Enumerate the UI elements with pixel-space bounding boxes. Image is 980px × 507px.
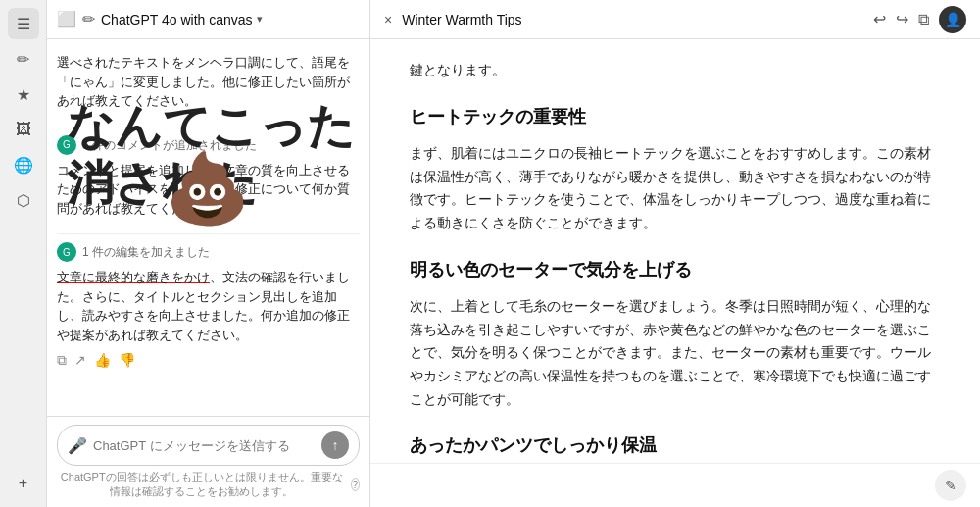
message-1: 選べされたテキストをメンヘラ口調にして、語尾を「にゃん」に変更しました。他に修正… xyxy=(57,53,360,111)
chat-messages: なんてこった 消された 💩 選べされたテキストをメンヘラ口調にして、語尾を「にゃ… xyxy=(47,39,369,416)
disclaimer-text: ChatGPTの回答は必ずしも正しいとは限りません。重要な情報は確認することをお… xyxy=(57,470,347,499)
doc-section-title-1: ヒートテックの重要性 xyxy=(410,102,941,133)
doc-content: 鍵となります。 ヒートテックの重要性 まず、肌着にはユニクロの長袖ヒートテックを… xyxy=(370,39,980,463)
doc-footer: ✎ xyxy=(370,463,980,507)
chat-title[interactable]: ChatGPT 4o with canvas ▾ xyxy=(101,12,263,27)
message-1-text: 選べされたテキストをメンヘラ口調にして、語尾を「にゃん」に変更しました。他に修正… xyxy=(57,53,360,111)
chat-input-area: 🎤 ↑ ChatGPTの回答は必ずしも正しいとは限りません。重要な情報は確認する… xyxy=(47,416,369,507)
doc-header: × Winter Warmth Tips ↩ ↪ ⧉ 👤 xyxy=(370,0,980,39)
thumbsdown-icon[interactable]: 👎 xyxy=(119,350,135,371)
chat-header-icon1[interactable]: ⬜ xyxy=(57,10,76,28)
sidebar-edit-icon[interactable]: ✏ xyxy=(8,43,39,75)
bot-avatar-3: G xyxy=(57,242,76,262)
doc-title: Winter Warmth Tips xyxy=(402,12,863,27)
input-disclaimer: ChatGPTの回答は必ずしも正しいとは限りません。重要な情報は確認することをお… xyxy=(57,470,360,499)
redo-icon[interactable]: ↪ xyxy=(896,10,908,28)
bot-avatar-2: G xyxy=(57,135,76,155)
copy-icon[interactable]: ⧉ xyxy=(57,350,67,371)
doc-edit-button[interactable]: ✎ xyxy=(935,470,966,501)
mic-icon[interactable]: 🎤 xyxy=(68,436,87,455)
sidebar-add-icon[interactable]: + xyxy=(8,468,39,499)
doc-header-actions: ↩ ↪ ⧉ 👤 xyxy=(873,6,966,33)
chat-title-chevron: ▾ xyxy=(257,13,263,25)
doc-intro-tail: 鍵となります。 xyxy=(410,59,941,82)
doc-section-title-2: 明るい色のセーターで気分を上げる xyxy=(410,255,941,286)
sidebar-globe-icon[interactable]: 🌐 xyxy=(8,149,39,180)
sidebar-star-icon[interactable]: ★ xyxy=(8,78,39,110)
message-3: G 1 件の編集を加えました 文章に最終的な磨きをかけ、文法の確認を行いました。… xyxy=(57,242,360,371)
message-2: G 5 件のコメントが追加されました コメントと提案を追加して、文章の質を向上さ… xyxy=(57,135,360,219)
doc-section-body-1: まず、肌着にはユニクロの長袖ヒートテックを選ぶことをおすすめします。この素材は保… xyxy=(410,142,941,235)
user-avatar: 👤 xyxy=(939,6,966,33)
chat-input-box: 🎤 ↑ xyxy=(57,425,360,466)
sidebar-image-icon[interactable]: 🖼 xyxy=(8,114,39,145)
copy-doc-icon[interactable]: ⧉ xyxy=(918,11,929,28)
message-2-meta: G 5 件のコメントが追加されました xyxy=(57,135,360,155)
share-icon[interactable]: ↗ xyxy=(74,350,86,371)
undo-icon[interactable]: ↩ xyxy=(873,10,886,28)
sidebar-menu-icon[interactable]: ☰ xyxy=(8,8,39,39)
sidebar-plugin-icon[interactable]: ⬡ xyxy=(8,184,39,216)
doc-section-title-3: あったかパンツでしっかり保温 xyxy=(410,431,941,462)
doc-section-body-2: 次に、上着として毛糸のセーターを選びましょう。冬季は日照時間が短く、心理的な落ち… xyxy=(410,295,941,411)
thumbsup-icon[interactable]: 👍 xyxy=(94,350,111,371)
doc-close-button[interactable]: × xyxy=(384,12,392,27)
chat-input[interactable] xyxy=(93,438,316,453)
message-3-underlined: 文章に最終的な磨きをかけ xyxy=(57,270,210,284)
chat-panel: ⬜ ✏ ChatGPT 4o with canvas ▾ なんてこった 消された… xyxy=(47,0,370,507)
message-3-text: 文章に最終的な磨きをかけ、文法の確認を行いました。さらに、タイトルとセクション見… xyxy=(57,268,360,344)
send-button[interactable]: ↑ xyxy=(321,431,349,459)
chat-header-icon2[interactable]: ✏ xyxy=(82,10,95,28)
message-2-text: コメントと提案を追加して、文章の質を向上させるためのアドバイスをしました。修正に… xyxy=(57,161,360,219)
sidebar: ☰ ✏ ★ 🖼 🌐 ⬡ + xyxy=(0,0,47,507)
message-3-meta: G 1 件の編集を加えました xyxy=(57,242,360,262)
disclaimer-help-icon[interactable]: ? xyxy=(351,478,360,491)
chat-header: ⬜ ✏ ChatGPT 4o with canvas ▾ xyxy=(47,0,369,39)
message-3-actions: ⧉ ↗ 👍 👎 xyxy=(57,350,360,371)
doc-panel: × Winter Warmth Tips ↩ ↪ ⧉ 👤 鍵となります。 ヒート… xyxy=(370,0,980,507)
